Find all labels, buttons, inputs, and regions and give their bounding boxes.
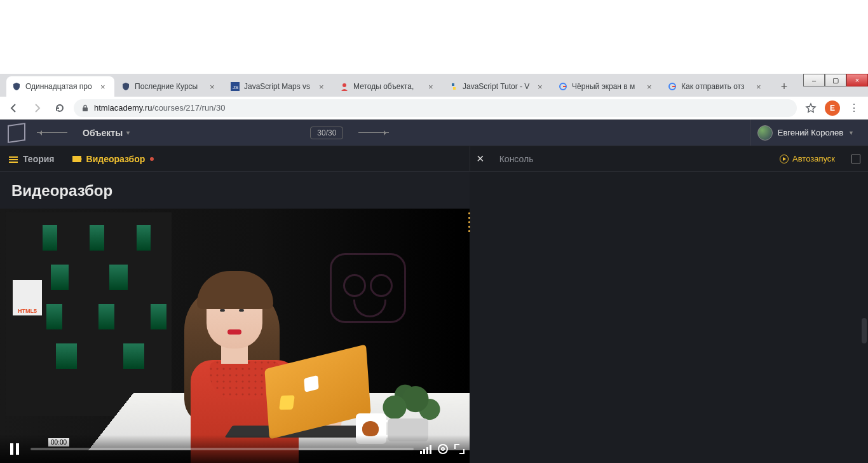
lock-icon (81, 104, 89, 112)
video-player[interactable]: HTML5 (0, 209, 470, 463)
nav-forward-button[interactable] (28, 99, 46, 117)
os-minimize-button[interactable]: – (803, 74, 825, 86)
fullscreen-icon[interactable] (454, 444, 465, 454)
tab-title: Одиннадцатая про (25, 82, 98, 91)
lesson-tabs-row: Теория Видеоразбор × Консоль Автозапуск (0, 146, 868, 172)
video-controls (0, 435, 470, 463)
url-text: htmlacademy.ru/courses/217/run/30 (94, 103, 225, 113)
svg-text:JS: JS (233, 85, 238, 90)
tab-video-label: Видеоразбор (86, 154, 146, 164)
tab-close-icon[interactable]: × (210, 82, 219, 91)
browser-tab-strip: Одиннадцатая про × Последние Курсы × JS … (0, 74, 868, 97)
tab-title: Как отправить отз (681, 82, 754, 91)
tab-close-icon[interactable]: × (647, 82, 656, 91)
new-tab-button[interactable]: + (775, 78, 793, 95)
tab-close-icon[interactable]: × (428, 82, 437, 91)
lesson-progress: 30/30 (310, 127, 389, 139)
tab-title: Методы объекта, (353, 82, 426, 91)
address-bar[interactable]: htmlacademy.ru/courses/217/run/30 (74, 99, 797, 117)
section-title: Видеоразбор (0, 172, 470, 209)
video-icon (72, 156, 81, 162)
browser-tab[interactable]: Как отправить отз × (662, 76, 770, 97)
shield-icon (11, 81, 22, 92)
browser-menu-button[interactable]: ⋮ (845, 99, 863, 117)
browser-tab[interactable]: JS JavaScript Maps vs × (225, 76, 333, 97)
settings-gear-icon[interactable] (438, 444, 448, 454)
autorun-label: Автозапуск (792, 154, 835, 163)
scrollbar-thumb[interactable] (862, 318, 867, 343)
tab-close-icon[interactable]: × (538, 82, 546, 91)
browser-tab[interactable]: Последние Курсы × (116, 76, 224, 97)
video-seek-bar[interactable] (31, 448, 414, 450)
tab-theory[interactable]: Теория (0, 146, 64, 171)
list-icon (9, 155, 18, 163)
browser-tab[interactable]: Методы объекта, × (334, 76, 442, 97)
shield-icon (121, 81, 131, 92)
tab-title: JavaScript Maps vs (244, 82, 316, 91)
os-maximize-button[interactable]: ▢ (825, 74, 846, 86)
console-pane (470, 172, 868, 463)
google-icon (558, 81, 568, 92)
chevron-down-icon: ▼ (848, 130, 854, 136)
course-name-label: Объекты (83, 128, 123, 138)
person-icon (339, 81, 349, 92)
browser-tab-active[interactable]: Одиннадцатая про × (6, 76, 114, 97)
site-logo-icon[interactable] (8, 123, 25, 143)
python-icon (449, 81, 459, 92)
tab-close-icon[interactable]: × (100, 82, 109, 91)
console-label: Консоль (499, 154, 534, 164)
next-lesson-arrow[interactable] (358, 132, 389, 133)
main-split: Видеоразбор HTML5 (0, 172, 868, 463)
play-ring-icon (780, 155, 789, 163)
js-icon: JS (230, 81, 240, 92)
notification-dot-icon (150, 157, 154, 161)
chevron-down-icon: ▾ (126, 129, 130, 136)
tab-title: JavaScript Tutor - V (463, 82, 535, 91)
progress-indicator: 30/30 (310, 127, 343, 139)
page-content: Объекты ▾ 30/30 Евгений Королев ▼ Теория… (0, 120, 868, 463)
user-name-label: Евгений Королев (778, 128, 843, 137)
mascot-drawing (323, 253, 412, 361)
nav-reload-button[interactable] (51, 99, 69, 117)
tab-video[interactable]: Видеоразбор (64, 146, 163, 171)
console-close-button[interactable]: × (470, 151, 491, 166)
tab-close-icon[interactable]: × (756, 82, 765, 91)
profile-avatar[interactable]: E (825, 100, 840, 116)
prev-lesson-arrow[interactable] (37, 132, 67, 133)
video-pane: Видеоразбор HTML5 (0, 172, 470, 463)
user-menu[interactable]: Евгений Королев ▼ (750, 120, 860, 146)
volume-icon[interactable] (420, 444, 431, 454)
expand-console-icon[interactable] (851, 155, 860, 163)
tab-title: Последние Курсы (135, 82, 207, 91)
console-tab[interactable]: Консоль (491, 146, 543, 171)
browser-toolbar: htmlacademy.ru/courses/217/run/30 E ⋮ (0, 97, 868, 120)
os-close-button[interactable]: × (846, 74, 868, 86)
pause-button[interactable] (5, 439, 24, 459)
tab-theory-label: Теория (23, 154, 55, 164)
google-icon (667, 81, 677, 92)
browser-tab[interactable]: JavaScript Tutor - V × (444, 76, 552, 97)
bookmark-star-icon[interactable] (802, 99, 820, 117)
tab-title: Чёрный экран в м (572, 82, 644, 91)
svg-point-2 (342, 83, 346, 87)
user-avatar (757, 125, 773, 141)
video-frame: HTML5 (0, 209, 470, 463)
svg-rect-5 (83, 107, 88, 111)
nav-back-button[interactable] (5, 99, 23, 117)
browser-tab[interactable]: Чёрный экран в м × (553, 76, 661, 97)
course-name-dropdown[interactable]: Объекты ▾ (83, 128, 130, 138)
os-window-controls: – ▢ × (803, 74, 868, 86)
course-header: Объекты ▾ 30/30 Евгений Королев ▼ (0, 120, 868, 146)
tab-close-icon[interactable]: × (319, 82, 328, 91)
gutter-markers (468, 210, 471, 235)
autorun-toggle[interactable]: Автозапуск (771, 146, 844, 171)
